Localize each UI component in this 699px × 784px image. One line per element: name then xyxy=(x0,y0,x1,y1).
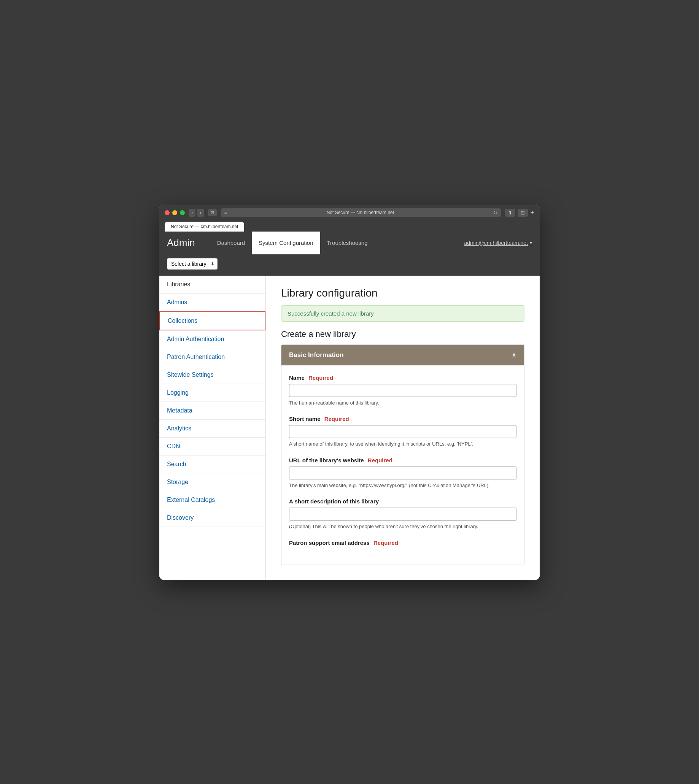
sidebar: Libraries Admins Collections Admin Authe… xyxy=(159,276,266,580)
url-field-group: URL of the library's website Required Th… xyxy=(289,457,517,490)
patron-support-label-text: Patron support email address xyxy=(289,539,369,546)
main-layout: Libraries Admins Collections Admin Authe… xyxy=(159,276,540,580)
sidebar-item-libraries[interactable]: Libraries xyxy=(159,276,265,294)
description-input[interactable] xyxy=(289,508,517,521)
browser-nav-buttons: ‹ › xyxy=(189,209,204,217)
sidebar-item-storage[interactable]: Storage xyxy=(159,473,265,491)
url-label: URL of the library's website Required xyxy=(289,457,517,463)
address-bar[interactable]: ≡ Not Secure — cm.hilbertteam.net ↻ xyxy=(220,208,502,217)
description-field-group: A short description of this library (Opt… xyxy=(289,498,517,530)
sidebar-item-logging[interactable]: Logging xyxy=(159,384,265,402)
reader-mode-button[interactable]: ⊡ xyxy=(208,209,217,216)
sidebar-item-analytics[interactable]: Analytics xyxy=(159,420,265,438)
app-header: Admin Dashboard System Configuration Tro… xyxy=(159,232,540,255)
close-button[interactable] xyxy=(165,210,170,215)
active-tab[interactable]: Not Secure — cm.hilbertteam.net xyxy=(165,222,244,232)
new-tab-button[interactable]: + xyxy=(530,209,534,217)
accordion-header[interactable]: Basic Information ∧ xyxy=(282,345,524,366)
user-email: admin@cm.hilbertteam.net xyxy=(464,240,528,246)
basic-information-accordion: Basic Information ∧ Name Required The hu… xyxy=(281,344,524,565)
section-title: Create a new library xyxy=(281,329,524,339)
success-banner: Successfully created a new library xyxy=(281,305,524,322)
description-help-text: (Optional) This will be shown to people … xyxy=(289,523,517,530)
name-label-text: Name xyxy=(289,374,305,381)
nav-troubleshooting[interactable]: Troubleshooting xyxy=(320,232,374,255)
patron-support-label: Patron support email address Required xyxy=(289,539,398,546)
menu-icon: ≡ xyxy=(224,210,227,216)
description-label: A short description of this library xyxy=(289,498,517,504)
browser-chrome: ‹ › ⊡ ≡ Not Secure — cm.hilbertteam.net … xyxy=(159,205,540,232)
nav-system-configuration[interactable]: System Configuration xyxy=(252,232,320,255)
sidebar-item-sitewide-settings[interactable]: Sitewide Settings xyxy=(159,366,265,384)
back-button[interactable]: ‹ xyxy=(189,209,195,217)
short-name-field-group: Short name Required A short name of this… xyxy=(289,415,517,448)
sidebar-item-patron-authentication[interactable]: Patron Authentication xyxy=(159,348,265,366)
browser-tab-bar: Not Secure — cm.hilbertteam.net xyxy=(165,220,534,232)
url-input[interactable] xyxy=(289,466,517,480)
nav-dashboard[interactable]: Dashboard xyxy=(210,232,252,255)
short-name-input[interactable] xyxy=(289,425,517,438)
share-button[interactable]: ⬆ xyxy=(505,209,515,217)
sidebar-item-collections[interactable]: Collections xyxy=(159,311,265,331)
library-select-wrapper: Select a library xyxy=(167,258,217,270)
content-area: Library configuration Successfully creat… xyxy=(266,276,540,580)
name-help-text: The human-readable name of this library. xyxy=(289,399,517,407)
browser-window: ‹ › ⊡ ≡ Not Secure — cm.hilbertteam.net … xyxy=(159,205,540,580)
description-label-text: A short description of this library xyxy=(289,498,379,504)
sidebar-item-metadata[interactable]: Metadata xyxy=(159,402,265,420)
add-tab-button[interactable]: ⊡ xyxy=(518,209,528,217)
sidebar-item-admin-authentication[interactable]: Admin Authentication xyxy=(159,331,265,348)
name-field-group: Name Required The human-readable name of… xyxy=(289,374,517,407)
sidebar-item-cdn[interactable]: CDN xyxy=(159,438,265,455)
patron-support-required-badge: Required xyxy=(373,539,398,546)
short-name-label-text: Short name xyxy=(289,415,321,422)
address-text: Not Secure — cm.hilbertteam.net xyxy=(230,210,490,215)
library-select[interactable]: Select a library xyxy=(167,258,217,270)
accordion-chevron-icon: ∧ xyxy=(512,351,517,359)
sidebar-item-admins[interactable]: Admins xyxy=(159,294,265,311)
name-input[interactable] xyxy=(289,384,517,397)
fullscreen-button[interactable] xyxy=(180,210,185,215)
success-message: Successfully created a new library xyxy=(288,310,374,317)
user-dropdown-icon: ▾ xyxy=(530,240,532,246)
url-required-badge: Required xyxy=(368,457,393,463)
short-name-help-text: A short name of this library, to use whe… xyxy=(289,440,517,448)
accordion-header-title: Basic Information xyxy=(289,351,344,359)
browser-actions: ⬆ ⊡ + xyxy=(505,209,534,217)
header-nav: Dashboard System Configuration Troublesh… xyxy=(210,232,457,255)
browser-top-bar: ‹ › ⊡ ≡ Not Secure — cm.hilbertteam.net … xyxy=(165,208,534,217)
sidebar-item-external-catalogs[interactable]: External Catalogs xyxy=(159,491,265,509)
minimize-button[interactable] xyxy=(172,210,177,215)
sidebar-item-search[interactable]: Search xyxy=(159,455,265,473)
traffic-lights xyxy=(165,210,185,215)
app-title: Admin xyxy=(167,237,195,249)
reload-icon: ↻ xyxy=(493,210,497,216)
url-label-text: URL of the library's website xyxy=(289,457,364,463)
accordion-body: Name Required The human-readable name of… xyxy=(282,366,524,565)
sidebar-item-discovery[interactable]: Discovery xyxy=(159,509,265,527)
url-help-text: The library's main website, e.g. "https:… xyxy=(289,482,517,490)
name-label: Name Required xyxy=(289,374,517,381)
library-selector-bar: Select a library xyxy=(159,255,540,276)
short-name-label: Short name Required xyxy=(289,415,517,422)
name-required-badge: Required xyxy=(308,374,333,381)
forward-button[interactable]: › xyxy=(197,209,204,217)
page-title: Library configuration xyxy=(281,287,524,299)
header-user[interactable]: admin@cm.hilbertteam.net ▾ xyxy=(464,240,532,246)
patron-support-email-group: Patron support email address Required xyxy=(289,539,517,546)
short-name-required-badge: Required xyxy=(325,415,349,422)
